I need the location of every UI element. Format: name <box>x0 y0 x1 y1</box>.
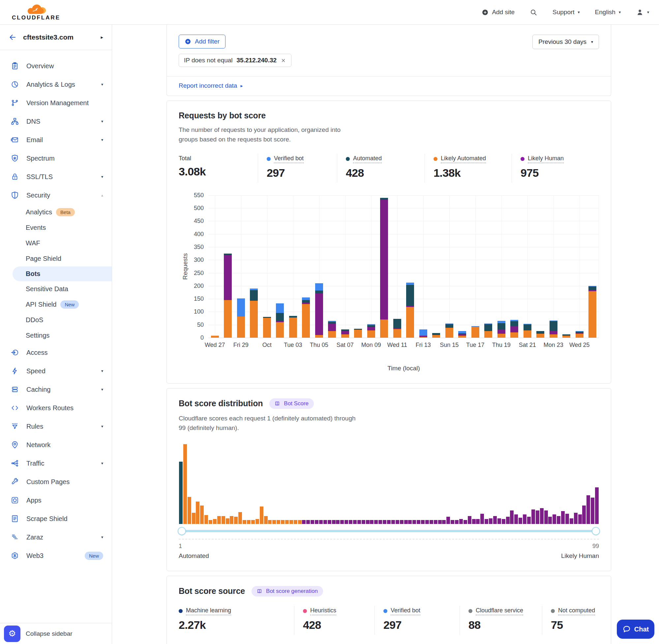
bot-score-source-panel: Bot score source Bot score generation Ma… <box>166 576 611 644</box>
requests-chart[interactable]: Requests 0501001502002503003504004505005… <box>179 195 599 372</box>
sidebar-item-ddos[interactable]: DDoS <box>0 312 112 328</box>
stat-label: Cloudflare service <box>468 607 542 615</box>
sidebar-item-version-management[interactable]: Version Management <box>0 94 112 112</box>
remove-filter-icon[interactable] <box>281 58 286 63</box>
sidebar-item-overview[interactable]: Overview <box>0 57 112 75</box>
stat-label-text[interactable]: Heuristics <box>310 607 336 615</box>
stat-label-text[interactable]: Likely Automated <box>441 155 486 163</box>
plus-circle-icon <box>185 38 191 45</box>
histogram-bar <box>527 517 531 524</box>
sidebar-item-rules[interactable]: Rules▾ <box>0 417 112 436</box>
sidebar-item-bots[interactable]: Bots <box>13 267 112 281</box>
add-filter-button[interactable]: Add filter <box>179 34 226 48</box>
score-histogram[interactable] <box>179 444 599 524</box>
book-icon <box>257 588 263 594</box>
score-min-value: 1 <box>179 543 182 550</box>
sidebar-item-dns[interactable]: DNS▾ <box>0 112 112 131</box>
slider-track[interactable] <box>179 530 599 532</box>
date-range-selector[interactable]: Previous 30 days ▾ <box>533 34 599 49</box>
chart-bar-segment <box>536 331 544 334</box>
stat-label-text[interactable]: Cloudflare service <box>476 607 523 615</box>
sidebar-item-label: Zaraz <box>26 533 94 541</box>
sidebar-item-scrape-shield[interactable]: Scrape Shield <box>0 509 112 528</box>
score-range-slider[interactable] <box>179 527 599 535</box>
add-site-button[interactable]: Add site <box>481 8 515 16</box>
histogram-bar <box>578 514 582 524</box>
sidebar-item-spectrum[interactable]: Spectrum <box>0 149 112 167</box>
chat-button[interactable]: Chat <box>617 620 654 639</box>
language-menu[interactable]: English▾ <box>595 8 621 16</box>
histogram-bar <box>497 519 501 524</box>
sidebar-item-label: Email <box>26 136 94 144</box>
stat-label-text[interactable]: Not computed <box>558 607 595 615</box>
stat-label-text[interactable]: Machine learning <box>186 607 231 615</box>
sidebar-item-sensitive-data[interactable]: Sensitive Data <box>0 281 112 297</box>
support-menu[interactable]: Support▾ <box>552 8 580 16</box>
chart-bar-segment <box>302 303 310 304</box>
new-badge: New <box>85 552 103 560</box>
sidebar-item-events[interactable]: Events <box>0 220 112 235</box>
sidebar-item-zaraz[interactable]: Zaraz▾ <box>0 528 112 546</box>
stat-label: Total <box>179 155 258 162</box>
sidebar-item-access[interactable]: Access <box>0 343 112 362</box>
chevron-down-icon: ▾ <box>101 387 103 392</box>
sidebar-item-custom-pages[interactable]: Custom Pages <box>0 473 112 491</box>
sidebar-item-api-shield[interactable]: API ShieldNew <box>0 297 112 312</box>
chart-bar-segment <box>341 335 349 338</box>
stat-label-text[interactable]: Likely Human <box>528 155 564 163</box>
histogram-bar <box>183 444 187 524</box>
sidebar-item-web3[interactable]: Web3New <box>0 546 112 565</box>
slider-handle-max[interactable] <box>592 527 600 535</box>
chart-bar-segment <box>458 336 466 338</box>
stat-label-text[interactable]: Automated <box>353 155 382 163</box>
sidebar-item-workers-routes[interactable]: Workers Routes <box>0 399 112 417</box>
y-tick-label: 350 <box>194 243 204 250</box>
sidebar-item-security[interactable]: Security▴ <box>0 186 112 204</box>
chart-bar-segment <box>367 327 375 330</box>
report-incorrect-data-link[interactable]: Report incorrect data ▸ <box>179 82 243 89</box>
histogram-bar <box>523 514 526 524</box>
chevron-right-icon[interactable]: ▸ <box>100 34 103 40</box>
stat-value: 1.38k <box>433 166 512 179</box>
sidebar-item-apps[interactable]: Apps <box>0 491 112 509</box>
gridline <box>599 195 599 338</box>
sidebar-item-email[interactable]: Email▾ <box>0 131 112 149</box>
sidebar-item-traffic[interactable]: Traffic▾ <box>0 454 112 473</box>
cloudflare-logo[interactable]: CLOUDFLARE <box>12 3 60 21</box>
filter-chip[interactable]: IP does not equal 35.212.240.32 <box>179 54 291 67</box>
sidebar: cftestsite3.com ▸ OverviewAnalytics & Lo… <box>0 25 112 644</box>
network-icon <box>10 440 19 449</box>
chart-bar-segment <box>237 298 245 317</box>
account-menu[interactable]: ▾ <box>636 8 649 16</box>
settings-gear-button[interactable]: ⚙ <box>4 625 20 642</box>
y-tick-label: 300 <box>194 256 204 263</box>
plot-area: Wed 27Fri 29OctTue 03Thu 05Sat 07Mon 09W… <box>208 195 599 338</box>
panel-title: Bot score distribution <box>179 399 263 408</box>
stat-heuristics: Heuristics428 <box>294 606 375 635</box>
stat-label-text[interactable]: Verified bot <box>274 155 304 163</box>
bot-score-badge[interactable]: Bot Score <box>269 398 314 409</box>
stat-label-text[interactable]: Verified bot <box>391 607 420 615</box>
chart-bar-segment <box>458 335 466 335</box>
sidebar-item-settings[interactable]: Settings <box>0 328 112 343</box>
sidebar-item-analytics-logs[interactable]: Analytics & Logs▾ <box>0 75 112 94</box>
sidebar-item-page-shield[interactable]: Page Shield <box>0 251 112 267</box>
bot-score-generation-badge[interactable]: Bot score generation <box>252 586 323 597</box>
sidebar-item-waf[interactable]: WAF <box>0 235 112 251</box>
sidebar-item-analytics[interactable]: AnalyticsBeta <box>0 204 112 220</box>
collapse-sidebar-button[interactable]: Collapse sidebar <box>26 630 72 638</box>
search-button[interactable] <box>530 8 537 16</box>
x-tick-label: Thu 19 <box>492 342 511 348</box>
slider-handle-min[interactable] <box>178 527 186 535</box>
sidebar-item-caching[interactable]: Caching▾ <box>0 380 112 399</box>
sidebar-item-network[interactable]: Network <box>0 436 112 454</box>
histogram-bar <box>328 520 331 524</box>
sidebar-item-ssl-tls[interactable]: SSL/TLS▾ <box>0 167 112 186</box>
stat-value: 297 <box>267 166 337 179</box>
stat-automated: Automated428 <box>337 154 425 183</box>
chart-bar-segment <box>341 331 349 334</box>
histogram-bar <box>455 520 458 524</box>
sidebar-item-speed[interactable]: Speed▾ <box>0 362 112 380</box>
y-tick-label: 250 <box>194 270 204 276</box>
back-arrow-icon[interactable] <box>8 33 17 41</box>
